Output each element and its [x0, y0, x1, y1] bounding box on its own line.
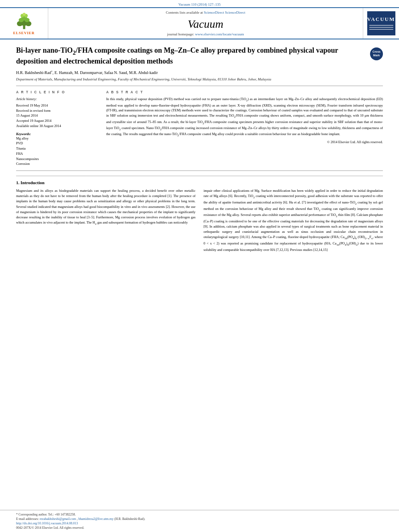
keyword-pvd: PVD: [16, 141, 97, 146]
elsevier-logo-area: ELSEVIER: [0, 8, 48, 39]
elsevier-logo: ELSEVIER: [12, 12, 36, 35]
received-revised-date: Received in revised form15 August 2014: [16, 109, 97, 118]
authors-line: H.R. Bakhsheshi-Rad*, E. Hamzah, M. Daro…: [16, 70, 383, 75]
homepage-prefix: journal homepage:: [167, 32, 194, 36]
intro-left-col: Magnesium and its alloys as biodegradabl…: [16, 188, 195, 255]
elsevier-tree-icon: [12, 12, 36, 30]
intro-right-col: impair other clinical applications of Mg…: [204, 188, 383, 255]
abstract-col: A B S T R A C T In this study, physical …: [106, 90, 383, 166]
article-history: Article history: Received 19 May 2014 Re…: [16, 97, 97, 128]
svg-text:Mark: Mark: [373, 54, 380, 57]
crossmark-svg: Cross Mark: [370, 47, 383, 60]
elsevier-text: ELSEVIER: [13, 31, 35, 35]
journal-title: Vacuum: [188, 18, 224, 31]
section-title: 1. Introduction: [16, 180, 383, 185]
article-info-col: A R T I C L E I N F O Article history: R…: [16, 90, 97, 166]
homepage-line: journal homepage: www.elsevier.com/locat…: [167, 32, 244, 36]
footer-issn: 0042-207X/© 2014 Elsevier Ltd. All right…: [16, 526, 383, 530]
abstract-label: A B S T R A C T: [106, 90, 383, 94]
abstract-text: In this study, physical vapour depositio…: [106, 97, 383, 138]
vacuum-logo-lines: [369, 24, 393, 31]
article-title-text: Bi-layer nano-TiO2/FHA composite coating…: [16, 46, 370, 66]
accepted-date: Accepted 19 August 2014: [16, 119, 97, 123]
homepage-link[interactable]: www.elsevier.com/locate/vacuum: [195, 32, 244, 36]
footer-corresponding-text: Corresponding author. Tel.: +60 14738225…: [19, 513, 76, 516]
keyword-fha: FHA: [16, 151, 97, 156]
section-title-text: Introduction: [21, 180, 45, 185]
crossmark-icon: Cross Mark: [370, 47, 383, 60]
vacuum-logo-text: VACUUM: [367, 16, 395, 23]
section-number: 1.: [16, 180, 19, 185]
introduction-section: 1. Introduction Magnesium and its alloys…: [16, 176, 383, 255]
footer-email-suffix: (H.R. Bakhsheshi-Rad).: [114, 517, 145, 521]
svg-text:Cross: Cross: [372, 50, 380, 53]
article-title-area: Bi-layer nano-TiO2/FHA composite coating…: [16, 46, 383, 66]
sciencedirect-prefix: Contents lists available at: [166, 10, 203, 14]
received-date: Received 19 May 2014: [16, 103, 97, 108]
vacuum-logo-line-2: [369, 27, 393, 28]
journal-citation: Vacuum 110 (2014) 127–135: [0, 0, 399, 8]
article-info-label: A R T I C L E I N F O: [16, 90, 97, 94]
footer-email: E-mail addresses: rezabakhsheshi@gmail.c…: [16, 517, 383, 521]
history-label: Article history:: [16, 97, 97, 102]
keyword-mg-alloy: Mg alloy: [16, 136, 97, 141]
journal-citation-text: Vacuum 110 (2014) 127–135: [179, 2, 221, 6]
article-footer: * Corresponding author. Tel.: +60 147382…: [0, 510, 399, 532]
keywords-label: Keywords:: [16, 132, 97, 136]
sciencedirect-line: Contents lists available at ScienceDirec…: [166, 10, 245, 14]
footer-email2[interactable]: bhamidreza2@live.utm.my: [78, 517, 113, 521]
footer-doi[interactable]: http://dx.doi.org/10.1016/j.vacuum.2014.…: [16, 522, 383, 525]
page: Vacuum 110 (2014) 127–135: [0, 0, 399, 532]
sciencedirect-link[interactable]: ScienceDirect: [204, 10, 224, 14]
journal-info-center: Contents lists available at ScienceDirec…: [48, 8, 363, 39]
article-body: Bi-layer nano-TiO2/FHA composite coating…: [0, 39, 399, 510]
article-info-abstract-section: A R T I C L E I N F O Article history: R…: [16, 86, 383, 171]
vacuum-logo-box: VACUUM: [367, 11, 395, 35]
vacuum-logo-line-1: [369, 25, 393, 26]
intro-para-1: Magnesium and its alloys as biodegradabl…: [16, 188, 195, 226]
affiliation-line: Department of Materials, Manufacturing a…: [16, 77, 383, 82]
svg-point-9: [23, 12, 25, 15]
journal-header-area: ELSEVIER Contents lists available at Sci…: [0, 8, 399, 39]
sciencedirect-link-text[interactable]: ScienceDirect: [225, 10, 245, 14]
intro-para-2: impair other clinical applications of Mg…: [204, 188, 383, 253]
footer-corresponding-author: * Corresponding author. Tel.: +60 147382…: [16, 513, 383, 516]
vacuum-logo-line-3: [369, 29, 393, 30]
footer-email-label: E-mail addresses:: [16, 517, 40, 521]
copyright-line: © 2014 Elsevier Ltd. All rights reserved…: [106, 140, 383, 144]
available-date: Available online 30 August 2014: [16, 124, 97, 129]
keyword-corrosion: Corrosion: [16, 161, 97, 166]
keywords-section: Keywords: Mg alloy PVD Titania FHA Nanoc…: [16, 132, 97, 167]
keyword-nanocomposites: Nanocomposites: [16, 156, 97, 162]
crossmark-badge: Cross Mark: [370, 47, 383, 60]
keyword-titania: Titania: [16, 146, 97, 151]
vacuum-logo-area: VACUUM: [363, 8, 399, 39]
introduction-body: Magnesium and its alloys as biodegradabl…: [16, 188, 383, 255]
footer-email1[interactable]: rezabakhsheshi@gmail.com: [40, 517, 76, 521]
